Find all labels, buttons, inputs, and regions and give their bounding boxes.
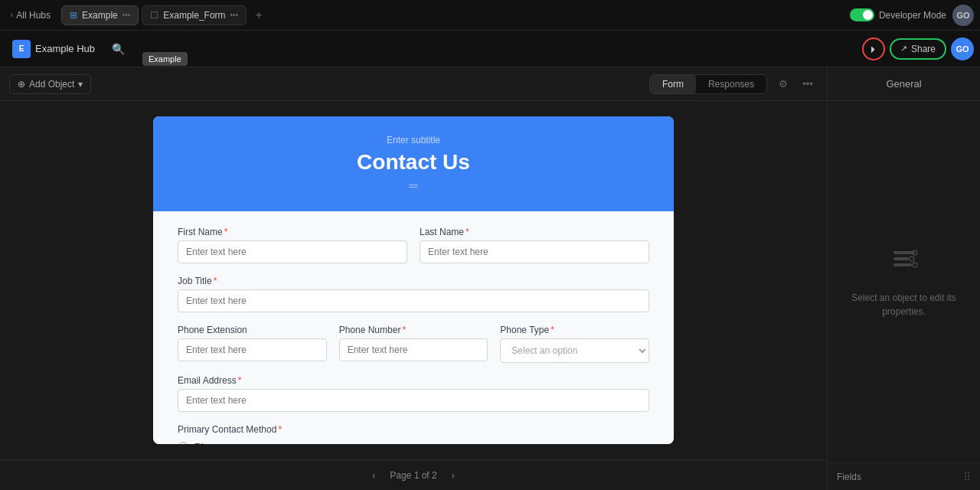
panel-body: Select an object to edit its properties. [828, 101, 980, 462]
drag-handle-icon[interactable]: ⠿ [963, 471, 971, 483]
go-button[interactable]: GO [952, 5, 974, 26]
form-divider-handle[interactable]: ═ [178, 179, 649, 193]
plus-icon: ⊕ [18, 79, 25, 90]
phone-number-field: Phone Number* [339, 325, 488, 363]
header-row: E Example Hub 🔍 ⏵ ↗ Share GO [0, 31, 980, 67]
pagination: ‹ Page 1 of 2 › [0, 459, 827, 490]
svg-point-4 [910, 256, 914, 261]
prev-page-button[interactable]: ‹ [365, 467, 382, 484]
toggle-knob [863, 10, 873, 20]
email-address-field: Email Address* [178, 375, 649, 412]
job-title-input[interactable] [178, 289, 649, 312]
content-area: ⊕ Add Object ▾ Form Responses ⚙ ••• [0, 67, 827, 490]
next-page-button[interactable]: › [445, 467, 462, 484]
tab-example-label: Example [82, 10, 118, 21]
hub-name: Example Hub [35, 43, 95, 54]
all-hubs-link[interactable]: ‹ All Hubs [6, 7, 55, 24]
developer-mode-toggle[interactable]: Developer Mode [850, 8, 946, 21]
more-options-button[interactable]: ••• [798, 74, 818, 94]
share-icon: ↗ [900, 44, 907, 54]
hub-icon: E [12, 40, 31, 58]
phone-number-input[interactable] [339, 338, 488, 361]
radio-phone[interactable]: Phone [178, 441, 649, 444]
phone-number-label: Phone Number* [339, 325, 488, 335]
chevron-left-icon: ‹ [11, 11, 13, 19]
toolbar: ⊕ Add Object ▾ Form Responses ⚙ ••• [0, 67, 827, 101]
last-name-label: Last Name* [420, 227, 649, 237]
form-header: Enter subtitle Contact Us ═ [153, 116, 674, 211]
fields-label: Fields [837, 472, 861, 482]
email-address-label: Email Address* [178, 375, 649, 386]
svg-point-5 [913, 263, 917, 267]
right-panel: General Select an object to edit its pro… [827, 67, 980, 490]
radio-phone-label: Phone [194, 441, 224, 444]
required-star: * [238, 375, 242, 386]
phone-extension-input[interactable] [178, 338, 327, 361]
phone-type-field: Phone Type* Select an option [500, 325, 649, 363]
panel-hint: Select an object to edit its properties. [840, 291, 968, 318]
tab-switch-responses[interactable]: Responses [696, 75, 766, 93]
svg-rect-1 [893, 257, 909, 260]
tab-group: ⊞ Example ••• ☐ Example_Form ••• + [61, 5, 844, 25]
job-title-field: Job Title* [178, 276, 649, 312]
preview-button[interactable]: ⏵ [862, 38, 885, 60]
phone-type-select[interactable]: Select an option [500, 338, 649, 363]
main-layout: ⊕ Add Object ▾ Form Responses ⚙ ••• [0, 67, 980, 490]
add-tab-button[interactable]: + [250, 6, 268, 24]
svg-rect-0 [893, 251, 915, 254]
panel-title: General [886, 78, 921, 90]
all-hubs-label: All Hubs [16, 10, 51, 21]
share-button[interactable]: ↗ Share [890, 38, 946, 60]
toggle-switch[interactable] [850, 8, 874, 21]
tab-example-dots[interactable]: ••• [122, 11, 131, 19]
radio-phone-input[interactable] [178, 442, 188, 445]
properties-icon [889, 245, 920, 282]
add-object-button[interactable]: ⊕ Add Object ▾ [9, 74, 91, 94]
email-address-input[interactable] [178, 389, 649, 412]
form-container: Enter subtitle Contact Us ═ First Name* [153, 116, 674, 444]
tab-example-form-dots[interactable]: ••• [230, 11, 239, 19]
required-star: * [278, 424, 282, 435]
hub-logo[interactable]: E Example Hub [6, 37, 101, 61]
settings-button[interactable]: ⚙ [773, 74, 793, 94]
tab-switch-form[interactable]: Form [650, 75, 696, 93]
page-indicator: Page 1 of 2 [390, 470, 436, 481]
required-star: * [466, 227, 469, 237]
more-button[interactable]: GO [951, 38, 974, 60]
phone-extension-field: Phone Extension [178, 325, 327, 363]
tab-example-form-label: Example_Form [163, 10, 225, 21]
form-title: Contact Us [178, 150, 649, 175]
contact-method-row: Primary Contact Method* Phone Email [178, 424, 649, 444]
top-bar: ‹ All Hubs ⊞ Example ••• ☐ Example_Form … [0, 0, 980, 31]
name-row: First Name* Last Name* [178, 227, 649, 263]
primary-contact-method-label: Primary Contact Method* [178, 424, 649, 435]
form-wrapper: Enter subtitle Contact Us ═ First Name* [0, 101, 827, 459]
tab-example-form[interactable]: ☐ Example_Form ••• [142, 5, 247, 25]
search-button[interactable]: 🔍 [107, 38, 129, 60]
phone-extension-label: Phone Extension [178, 325, 327, 335]
toolbar-right: ⚙ ••• [773, 74, 818, 94]
form-body: First Name* Last Name* [153, 211, 674, 444]
panel-header: General [828, 67, 980, 101]
panel-footer: Fields ⠿ [828, 462, 980, 490]
svg-rect-2 [893, 263, 912, 266]
last-name-input[interactable] [420, 240, 649, 263]
required-star: * [224, 227, 228, 237]
radio-group: Phone Email [178, 441, 649, 444]
top-bar-right: Developer Mode GO [850, 5, 974, 26]
grid-icon: ⊞ [70, 10, 77, 21]
form-subtitle[interactable]: Enter subtitle [178, 135, 649, 145]
chevron-down-icon: ▾ [78, 79, 83, 90]
tab-switcher: Form Responses [649, 74, 767, 94]
last-name-field: Last Name* [420, 227, 649, 263]
tab-example[interactable]: ⊞ Example ••• [61, 5, 139, 25]
primary-contact-method-field: Primary Contact Method* Phone Email [178, 424, 649, 444]
job-title-row: Job Title* [178, 276, 649, 312]
first-name-input[interactable] [178, 240, 407, 263]
email-row: Email Address* [178, 375, 649, 412]
required-star: * [402, 325, 406, 335]
header-right: ⏵ ↗ Share GO [862, 38, 974, 60]
preview-icon: ⏵ [869, 44, 878, 54]
form-icon: ☐ [150, 10, 158, 21]
first-name-field: First Name* [178, 227, 407, 263]
